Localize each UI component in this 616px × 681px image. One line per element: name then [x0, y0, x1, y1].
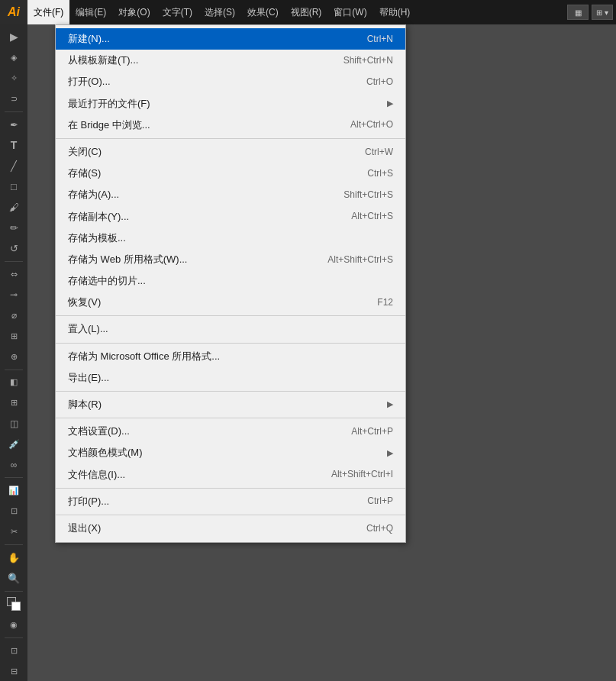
tool-color-mode[interactable]: ◉ — [3, 615, 24, 634]
tool-paintbrush[interactable]: 🖌 — [3, 198, 24, 217]
menu-new-shortcut: Ctrl+N — [367, 33, 393, 46]
arrange-btn[interactable]: ⊞ ▾ — [592, 5, 613, 20]
tool-separator-4 — [5, 477, 23, 478]
tool-zoom[interactable]: 🔍 — [3, 569, 24, 588]
menu-save-as-shortcut: Shift+Ctrl+S — [343, 189, 393, 202]
menu-recent-label: 最近打开的文件(F) — [68, 97, 150, 111]
tool-free-transform[interactable]: ⊞ — [3, 327, 24, 346]
menu-close[interactable]: 关闭(C) Ctrl+W — [56, 141, 405, 163]
menu-save-slices[interactable]: 存储选中的切片... — [56, 270, 405, 292]
tool-blend[interactable]: ∞ — [3, 455, 24, 474]
workspace-btn[interactable]: ▦ — [567, 5, 589, 20]
tool-eyedropper[interactable]: 💉 — [3, 434, 24, 453]
menu-file-info-label: 文件信息(I)... — [68, 468, 125, 482]
menu-color-mode[interactable]: 文档颜色模式(M) ▶ — [56, 442, 405, 463]
divider-7 — [56, 515, 405, 515]
menu-close-shortcut: Ctrl+W — [365, 146, 393, 159]
tool-rect[interactable]: □ — [3, 177, 24, 196]
menu-export[interactable]: 导出(E)... — [56, 367, 405, 389]
menu-save-template[interactable]: 存储为模板... — [56, 228, 405, 249]
tool-magic-wand[interactable]: ✧ — [3, 69, 24, 88]
menu-file-info[interactable]: 文件信息(I)... Alt+Shift+Ctrl+I — [56, 464, 405, 486]
menu-select[interactable]: 选择(S) — [198, 0, 241, 24]
menu-open-shortcut: Ctrl+O — [366, 76, 393, 89]
tool-rotate[interactable]: ↺ — [3, 239, 24, 258]
menu-place[interactable]: 置入(L)... — [56, 318, 405, 340]
menu-save-web-label: 存储为 Web 所用格式(W)... — [68, 253, 187, 266]
menu-scripts[interactable]: 脚本(R) ▶ — [56, 394, 405, 415]
divider-1 — [56, 138, 405, 139]
tool-gradient[interactable]: ◫ — [3, 414, 24, 433]
menu-object[interactable]: 对象(O) — [112, 0, 156, 24]
menu-save-copy-shortcut: Alt+Ctrl+S — [351, 210, 393, 223]
menu-save-as[interactable]: 存储为(A)... Shift+Ctrl+S — [56, 184, 405, 205]
menu-bridge[interactable]: 在 Bridge 中浏览... Alt+Ctrl+O — [56, 115, 405, 136]
menu-open[interactable]: 打开(O)... Ctrl+O — [56, 71, 405, 92]
tool-select[interactable]: ▶ — [3, 27, 24, 47]
menu-save-as-label: 存储为(A)... — [68, 188, 119, 202]
menu-print[interactable]: 打印(P)... Ctrl+P — [56, 491, 405, 512]
menu-view[interactable]: 视图(R) — [285, 0, 328, 24]
menu-doc-setup-shortcut: Alt+Ctrl+P — [351, 425, 393, 438]
menu-save-web-shortcut: Alt+Shift+Ctrl+S — [327, 253, 393, 266]
menu-save-ms-label: 存储为 Microsoft Office 所用格式... — [68, 350, 220, 363]
menu-text[interactable]: 文字(T) — [156, 0, 198, 24]
tool-pencil[interactable]: ✏ — [3, 218, 24, 237]
tool-type[interactable]: T — [3, 136, 24, 155]
menu-new-template[interactable]: 从模板新建(T)... Shift+Ctrl+N — [56, 50, 405, 71]
tool-hand[interactable]: ✋ — [3, 548, 24, 567]
divider-6 — [56, 488, 405, 489]
menu-save[interactable]: 存储(S) Ctrl+S — [56, 163, 405, 184]
canvas-area: 新建(N)... Ctrl+N 从模板新建(T)... Shift+Ctrl+N… — [27, 24, 616, 681]
tool-direct-select[interactable]: ◈ — [3, 48, 24, 67]
menu-color-mode-label: 文档颜色模式(M) — [68, 446, 143, 460]
menu-close-label: 关闭(C) — [68, 145, 102, 159]
menu-save-web[interactable]: 存储为 Web 所用格式(W)... Alt+Shift+Ctrl+S — [56, 249, 405, 270]
tool-separator-5 — [5, 544, 23, 545]
menu-save-copy[interactable]: 存储副本(Y)... Alt+Ctrl+S — [56, 206, 405, 228]
tool-shape-builder[interactable]: ⊕ — [3, 347, 24, 366]
tool-lasso[interactable]: ⊃ — [3, 89, 24, 108]
menu-doc-setup-label: 文档设置(D)... — [68, 424, 130, 438]
tool-separator-3 — [5, 370, 23, 370]
menu-exit[interactable]: 退出(X) Ctrl+Q — [56, 518, 405, 539]
tool-warp[interactable]: ⌀ — [3, 306, 24, 325]
tool-slice[interactable]: ✂ — [3, 522, 24, 541]
tool-artboard[interactable]: ⊡ — [3, 502, 24, 521]
tool-mesh[interactable]: ⊞ — [3, 393, 24, 412]
tool-screen-mode-2[interactable]: ⊟ — [3, 662, 24, 681]
menu-new-template-label: 从模板新建(T)... — [68, 53, 138, 67]
top-bar: Ai 文件(F) 编辑(E) 对象(O) 文字(T) 选择(S) 效果(C) 视… — [0, 0, 616, 24]
menu-revert[interactable]: 恢复(V) F12 — [56, 292, 405, 313]
tool-screen-mode[interactable]: ⊡ — [3, 641, 24, 660]
tool-line[interactable]: ╱ — [3, 157, 24, 176]
menu-doc-setup[interactable]: 文档设置(D)... Alt+Ctrl+P — [56, 421, 405, 442]
menu-recent-arrow: ▶ — [387, 98, 393, 109]
menu-exit-label: 退出(X) — [68, 521, 101, 535]
menu-help[interactable]: 帮助(H) — [373, 0, 417, 24]
menu-recent[interactable]: 最近打开的文件(F) ▶ — [56, 93, 405, 115]
tool-bar-chart[interactable]: 📊 — [3, 481, 24, 500]
menu-print-label: 打印(P)... — [68, 495, 109, 508]
menu-window[interactable]: 窗口(W) — [327, 0, 373, 24]
tool-fill-stroke[interactable] — [3, 595, 24, 614]
tool-width[interactable]: ⊸ — [3, 286, 24, 305]
menu-save-ms[interactable]: 存储为 Microsoft Office 所用格式... — [56, 346, 405, 367]
menu-bridge-label: 在 Bridge 中浏览... — [68, 118, 150, 132]
menu-open-label: 打开(O)... — [68, 75, 111, 89]
menu-new[interactable]: 新建(N)... Ctrl+N — [56, 28, 405, 50]
tool-mirror[interactable]: ⇔ — [3, 265, 24, 284]
menu-bridge-shortcut: Alt+Ctrl+O — [350, 118, 393, 131]
tool-perspective[interactable]: ◧ — [3, 373, 24, 392]
menu-edit[interactable]: 编辑(E) — [69, 0, 112, 24]
menu-file[interactable]: 文件(F) — [27, 0, 69, 24]
main-layout: ▶ ◈ ✧ ⊃ ✒ T ╱ □ 🖌 ✏ ↺ ⇔ ⊸ ⌀ ⊞ ⊕ ◧ ⊞ ◫ 💉 … — [0, 24, 616, 681]
menu-export-label: 导出(E)... — [68, 371, 109, 385]
menu-effect[interactable]: 效果(C) — [241, 0, 285, 24]
menu-scripts-label: 脚本(R) — [68, 398, 102, 412]
menu-revert-shortcut: F12 — [377, 296, 393, 309]
menu-save-label: 存储(S) — [68, 166, 101, 180]
menu-color-mode-arrow: ▶ — [387, 447, 393, 459]
divider-5 — [56, 418, 405, 418]
tool-pen[interactable]: ✒ — [3, 115, 24, 134]
